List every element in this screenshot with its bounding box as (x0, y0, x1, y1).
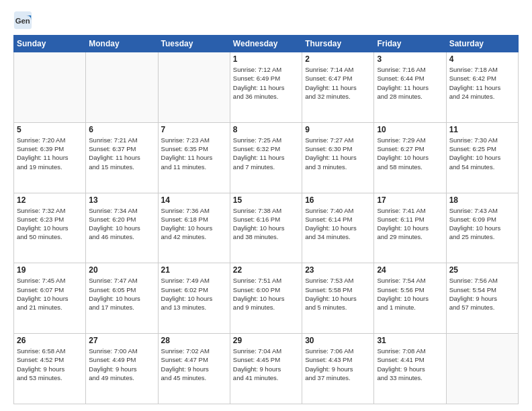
calendar-day-15: 15Sunrise: 7:38 AM Sunset: 6:16 PM Dayli… (230, 193, 302, 263)
calendar-day-empty (86, 52, 158, 123)
day-number: 1 (233, 54, 299, 64)
weekday-header-sunday: Sunday (14, 36, 86, 52)
day-number: 22 (233, 265, 299, 275)
calendar-day-21: 21Sunrise: 7:49 AM Sunset: 6:02 PM Dayli… (158, 263, 230, 334)
calendar-day-29: 29Sunrise: 7:04 AM Sunset: 4:45 PM Dayli… (230, 334, 302, 404)
day-number: 11 (449, 125, 515, 134)
day-info: Sunrise: 7:04 AM Sunset: 4:45 PM Dayligh… (233, 347, 299, 382)
day-info: Sunrise: 7:16 AM Sunset: 6:44 PM Dayligh… (377, 65, 443, 101)
calendar-day-19: 19Sunrise: 7:45 AM Sunset: 6:07 PM Dayli… (14, 263, 86, 334)
day-info: Sunrise: 7:56 AM Sunset: 5:54 PM Dayligh… (449, 276, 515, 312)
calendar-week-row-3: 19Sunrise: 7:45 AM Sunset: 6:07 PM Dayli… (14, 263, 519, 334)
day-info: Sunrise: 7:51 AM Sunset: 6:00 PM Dayligh… (233, 276, 299, 312)
calendar-day-9: 9Sunrise: 7:27 AM Sunset: 6:30 PM Daylig… (302, 122, 374, 193)
calendar-week-row-0: 1Sunrise: 7:12 AM Sunset: 6:49 PM Daylig… (14, 52, 519, 123)
day-info: Sunrise: 7:47 AM Sunset: 6:05 PM Dayligh… (89, 276, 154, 312)
day-number: 21 (161, 265, 227, 275)
day-info: Sunrise: 7:20 AM Sunset: 6:39 PM Dayligh… (17, 136, 83, 171)
logo-icon: Gen (13, 11, 32, 30)
day-info: Sunrise: 7:43 AM Sunset: 6:09 PM Dayligh… (449, 206, 515, 242)
day-number: 23 (305, 265, 371, 275)
day-number: 18 (449, 195, 515, 205)
day-info: Sunrise: 7:12 AM Sunset: 6:49 PM Dayligh… (233, 65, 299, 101)
calendar-day-28: 28Sunrise: 7:02 AM Sunset: 4:47 PM Dayli… (158, 334, 230, 404)
day-number: 14 (161, 195, 227, 205)
calendar-day-13: 13Sunrise: 7:34 AM Sunset: 6:20 PM Dayli… (86, 193, 158, 263)
day-number: 19 (17, 265, 83, 275)
calendar-day-5: 5Sunrise: 7:20 AM Sunset: 6:39 PM Daylig… (14, 122, 86, 193)
calendar-week-row-4: 26Sunrise: 6:58 AM Sunset: 4:52 PM Dayli… (14, 334, 519, 404)
calendar-day-empty (446, 334, 518, 404)
weekday-header-tuesday: Tuesday (158, 36, 230, 52)
day-number: 7 (161, 125, 227, 134)
day-number: 9 (305, 125, 371, 134)
day-number: 24 (377, 265, 443, 275)
day-info: Sunrise: 7:14 AM Sunset: 6:47 PM Dayligh… (305, 65, 371, 101)
day-number: 15 (233, 195, 299, 205)
day-info: Sunrise: 7:36 AM Sunset: 6:18 PM Dayligh… (161, 206, 227, 242)
weekday-header-saturday: Saturday (446, 36, 518, 52)
calendar-day-18: 18Sunrise: 7:43 AM Sunset: 6:09 PM Dayli… (446, 193, 518, 263)
calendar-day-empty (14, 52, 86, 123)
calendar-day-17: 17Sunrise: 7:41 AM Sunset: 6:11 PM Dayli… (374, 193, 446, 263)
day-number: 2 (305, 54, 371, 64)
weekday-header-wednesday: Wednesday (230, 36, 302, 52)
day-info: Sunrise: 7:54 AM Sunset: 5:56 PM Dayligh… (377, 276, 443, 312)
weekday-header-row: SundayMondayTuesdayWednesdayThursdayFrid… (14, 36, 519, 52)
weekday-header-friday: Friday (374, 36, 446, 52)
day-info: Sunrise: 7:29 AM Sunset: 6:27 PM Dayligh… (377, 136, 443, 171)
day-number: 10 (377, 125, 443, 134)
day-number: 27 (89, 336, 154, 345)
day-info: Sunrise: 7:34 AM Sunset: 6:20 PM Dayligh… (89, 206, 154, 242)
day-info: Sunrise: 7:18 AM Sunset: 6:42 PM Dayligh… (449, 65, 515, 101)
calendar-week-row-2: 12Sunrise: 7:32 AM Sunset: 6:23 PM Dayli… (14, 193, 519, 263)
calendar-day-23: 23Sunrise: 7:53 AM Sunset: 5:58 PM Dayli… (302, 263, 374, 334)
calendar-day-16: 16Sunrise: 7:40 AM Sunset: 6:14 PM Dayli… (302, 193, 374, 263)
day-info: Sunrise: 7:08 AM Sunset: 4:41 PM Dayligh… (377, 347, 443, 382)
calendar-day-8: 8Sunrise: 7:25 AM Sunset: 6:32 PM Daylig… (230, 122, 302, 193)
weekday-header-monday: Monday (86, 36, 158, 52)
weekday-header-thursday: Thursday (302, 36, 374, 52)
day-info: Sunrise: 7:32 AM Sunset: 6:23 PM Dayligh… (17, 206, 83, 242)
day-number: 16 (305, 195, 371, 205)
day-info: Sunrise: 7:23 AM Sunset: 6:35 PM Dayligh… (161, 136, 227, 171)
calendar-day-1: 1Sunrise: 7:12 AM Sunset: 6:49 PM Daylig… (230, 52, 302, 123)
day-info: Sunrise: 7:40 AM Sunset: 6:14 PM Dayligh… (305, 206, 371, 242)
day-info: Sunrise: 7:27 AM Sunset: 6:30 PM Dayligh… (305, 136, 371, 171)
calendar-day-26: 26Sunrise: 6:58 AM Sunset: 4:52 PM Dayli… (14, 334, 86, 404)
calendar-day-24: 24Sunrise: 7:54 AM Sunset: 5:56 PM Dayli… (374, 263, 446, 334)
day-number: 12 (17, 195, 83, 205)
day-number: 28 (161, 336, 227, 345)
header: Gen (13, 11, 519, 30)
day-number: 17 (377, 195, 443, 205)
day-number: 13 (89, 195, 154, 205)
day-info: Sunrise: 7:41 AM Sunset: 6:11 PM Dayligh… (377, 206, 443, 242)
day-number: 26 (17, 336, 83, 345)
calendar-day-3: 3Sunrise: 7:16 AM Sunset: 6:44 PM Daylig… (374, 52, 446, 123)
day-info: Sunrise: 6:58 AM Sunset: 4:52 PM Dayligh… (17, 347, 83, 382)
calendar-day-25: 25Sunrise: 7:56 AM Sunset: 5:54 PM Dayli… (446, 263, 518, 334)
day-info: Sunrise: 7:25 AM Sunset: 6:32 PM Dayligh… (233, 136, 299, 171)
calendar-day-27: 27Sunrise: 7:00 AM Sunset: 4:49 PM Dayli… (86, 334, 158, 404)
calendar-day-14: 14Sunrise: 7:36 AM Sunset: 6:18 PM Dayli… (158, 193, 230, 263)
day-number: 29 (233, 336, 299, 345)
day-number: 30 (305, 336, 371, 345)
day-number: 4 (449, 54, 515, 64)
calendar-day-4: 4Sunrise: 7:18 AM Sunset: 6:42 PM Daylig… (446, 52, 518, 123)
day-number: 31 (377, 336, 443, 345)
day-info: Sunrise: 7:30 AM Sunset: 6:25 PM Dayligh… (449, 136, 515, 171)
calendar-week-row-1: 5Sunrise: 7:20 AM Sunset: 6:39 PM Daylig… (14, 122, 519, 193)
page: Gen SundayMondayTuesdayWednesdayThursday… (0, 0, 532, 411)
calendar-day-30: 30Sunrise: 7:06 AM Sunset: 4:43 PM Dayli… (302, 334, 374, 404)
calendar-day-11: 11Sunrise: 7:30 AM Sunset: 6:25 PM Dayli… (446, 122, 518, 193)
day-info: Sunrise: 7:21 AM Sunset: 6:37 PM Dayligh… (89, 136, 154, 171)
day-number: 3 (377, 54, 443, 64)
calendar-day-7: 7Sunrise: 7:23 AM Sunset: 6:35 PM Daylig… (158, 122, 230, 193)
day-number: 5 (17, 125, 83, 134)
logo: Gen (13, 11, 35, 30)
calendar-day-empty (158, 52, 230, 123)
calendar-table: SundayMondayTuesdayWednesdayThursdayFrid… (13, 35, 519, 404)
calendar-day-31: 31Sunrise: 7:08 AM Sunset: 4:41 PM Dayli… (374, 334, 446, 404)
day-info: Sunrise: 7:02 AM Sunset: 4:47 PM Dayligh… (161, 347, 227, 382)
day-number: 6 (89, 125, 154, 134)
